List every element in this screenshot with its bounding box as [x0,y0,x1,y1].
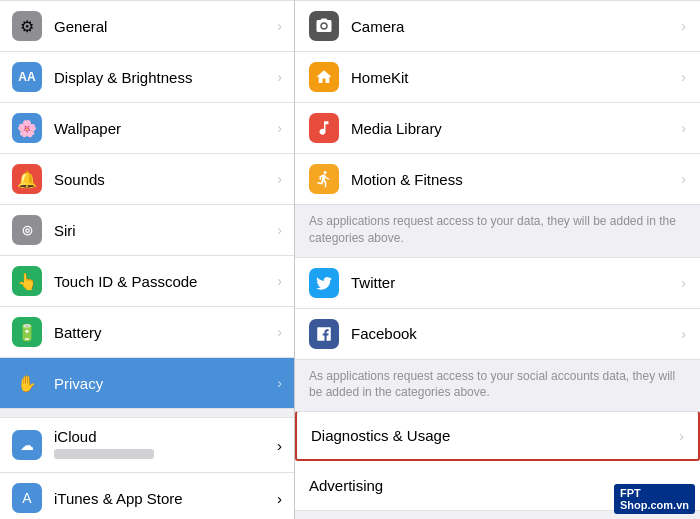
icloud-icon: ☁ [12,430,42,460]
chevron-icon: › [679,428,684,444]
sidebar-item-label: Privacy [54,375,277,392]
section-group-1: Camera › HomeKit › Media Library › [295,0,700,257]
chevron-icon: › [681,120,686,136]
sidebar: ⚙ General › AA Display & Brightness › 🌸 … [0,0,295,519]
chevron-icon: › [277,437,282,454]
sidebar-item-display[interactable]: AA Display & Brightness › [0,52,294,103]
icloud-subtitle [54,449,154,459]
homekit-label: HomeKit [351,69,681,86]
main-panel: Camera › HomeKit › Media Library › [295,0,700,519]
list-item-medialibrary[interactable]: Media Library › [295,103,700,154]
touchid-icon: 👆 [12,266,42,296]
list-item-camera[interactable]: Camera › [295,0,700,52]
appstore-text: iTunes & App Store [54,490,277,507]
facebook-label: Facebook [351,325,681,342]
medialibrary-icon [309,113,339,143]
chevron-icon: › [277,171,282,187]
medialibrary-label: Media Library [351,120,681,137]
battery-icon: 🔋 [12,317,42,347]
list-item-diagnostics[interactable]: Diagnostics & Usage › [295,411,700,461]
list-item-twitter[interactable]: Twitter › [295,257,700,309]
sidebar-item-label: Touch ID & Passcode [54,273,277,290]
chevron-icon: › [277,69,282,85]
sidebar-item-general[interactable]: ⚙ General › [0,0,294,52]
display-icon: AA [12,62,42,92]
sidebar-items-group: ⚙ General › AA Display & Brightness › 🌸 … [0,0,294,409]
sidebar-item-label: Display & Brightness [54,69,277,86]
sidebar-item-touchid[interactable]: 👆 Touch ID & Passcode › [0,256,294,307]
list-item-homekit[interactable]: HomeKit › [295,52,700,103]
sidebar-item-label: Battery [54,324,277,341]
sidebar-item-privacy[interactable]: ✋ Privacy › [0,358,294,409]
list-item-motionfitness[interactable]: Motion & Fitness › [295,154,700,205]
watermark-text: FPTShop.com.vn [620,487,689,511]
sidebar-item-label: General [54,18,277,35]
chevron-icon: › [681,18,686,34]
general-icon: ⚙ [12,11,42,41]
sidebar-item-label: Wallpaper [54,120,277,137]
chevron-icon: › [277,18,282,34]
sidebar-item-siri[interactable]: ◎ Siri › [0,205,294,256]
section-note-1: As applications request access to your d… [295,205,700,257]
motionfitness-label: Motion & Fitness [351,171,681,188]
wallpaper-icon: 🌸 [12,113,42,143]
chevron-icon: › [681,69,686,85]
chevron-icon: › [277,324,282,340]
icloud-text: iCloud [54,428,277,462]
section-group-2: Twitter › Facebook › As applications req… [295,257,700,412]
chevron-icon: › [681,326,686,342]
camera-label: Camera [351,18,681,35]
facebook-icon [309,319,339,349]
diagnostics-label: Diagnostics & Usage [311,427,679,444]
twitter-icon [309,268,339,298]
sidebar-item-sounds[interactable]: 🔔 Sounds › [0,154,294,205]
chevron-icon: › [681,171,686,187]
privacy-icon: ✋ [12,368,42,398]
camera-icon [309,11,339,41]
watermark: FPTShop.com.vn [614,484,695,514]
chevron-icon: › [681,275,686,291]
sidebar-item-battery[interactable]: 🔋 Battery › [0,307,294,358]
chevron-icon: › [277,222,282,238]
twitter-label: Twitter [351,274,681,291]
sidebar-account-section: ☁ iCloud › A iTunes & App Store › [0,409,294,519]
appstore-label: iTunes & App Store [54,490,277,507]
sidebar-item-label: Siri [54,222,277,239]
siri-icon: ◎ [12,215,42,245]
icloud-label: iCloud [54,428,277,445]
sidebar-item-appstore[interactable]: A iTunes & App Store › [0,473,294,519]
appstore-icon: A [12,483,42,513]
sounds-icon: 🔔 [12,164,42,194]
section-note-2: As applications request access to your s… [295,360,700,412]
sidebar-item-icloud[interactable]: ☁ iCloud › [0,417,294,473]
sidebar-item-label: Sounds [54,171,277,188]
chevron-icon: › [277,375,282,391]
motionfitness-icon [309,164,339,194]
chevron-icon: › [277,120,282,136]
homekit-icon [309,62,339,92]
chevron-icon: › [277,490,282,507]
sidebar-item-wallpaper[interactable]: 🌸 Wallpaper › [0,103,294,154]
chevron-icon: › [277,273,282,289]
list-item-facebook[interactable]: Facebook › [295,309,700,360]
